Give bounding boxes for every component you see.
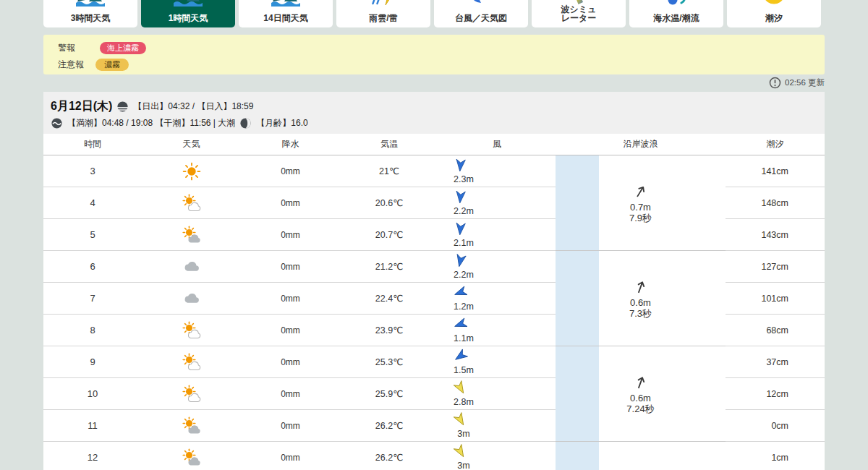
precip-cell: 0mm: [241, 410, 340, 442]
tab-3hour[interactable]: 3時間天気: [43, 0, 137, 27]
forecast-card: 6月12日(木) 【日出】04:32 / 【日入】18:59 【満潮】04:48…: [43, 92, 825, 470]
updated-time: 02:56 更新: [785, 77, 825, 88]
tab-label: 3時間天気: [43, 14, 137, 22]
wind-cell: 1.1m: [438, 315, 556, 346]
wind-speed: 2.1m: [454, 238, 474, 248]
cloudy-icon: [142, 251, 241, 283]
date-line-2: 【満潮】04:48 / 19:08 【干潮】11:56 | 大潮 【月齢】16.…: [51, 116, 825, 130]
tide-cell: 141cm: [726, 155, 825, 187]
tide-wave-icon: [51, 117, 63, 129]
wind-arrow-icon: [453, 221, 468, 239]
sun-graycloud-icon: [142, 219, 241, 251]
tab-label: 雨雲/雷: [336, 14, 430, 22]
tide-cell: 127cm: [726, 251, 825, 283]
tide-cell: 148cm: [726, 187, 825, 219]
tide-cell: 101cm: [726, 283, 825, 315]
wave-height: 0.6m: [630, 393, 651, 403]
tab-raincloud-lightning[interactable]: 雨雲/雷: [336, 0, 430, 27]
typhoon-icon: [467, 0, 495, 7]
wind-cell: 2.2m: [438, 187, 556, 219]
wave-info: 0.7m7.9秒: [599, 183, 682, 223]
tab-wave-simulator[interactable]: 波シミュ レーター: [532, 0, 626, 27]
advisory-label: 注意報: [58, 59, 93, 71]
wind-direction: 2.1m: [438, 221, 482, 248]
precip-cell: 0mm: [241, 442, 340, 470]
wind-cell: 3m: [438, 410, 556, 442]
wind-direction: 2.8m: [438, 380, 482, 407]
tide-cell: 143cm: [726, 219, 825, 251]
hour-cell: 8: [43, 315, 142, 346]
wind-direction: 3m: [438, 444, 482, 470]
tab-label: 海水温/潮流: [629, 14, 723, 22]
hour-cell: 9: [43, 346, 142, 378]
info-icon: [769, 77, 781, 89]
sunrise-sunset-info: 【日出】04:32 / 【日入】18:59: [133, 101, 253, 113]
hour-cell: 10: [43, 378, 142, 410]
temp-cell: 25.9℃: [340, 378, 438, 410]
wave-period: 7.9秒: [629, 213, 652, 223]
sun-cloud-icon: [142, 315, 241, 346]
wind-arrow-icon: [453, 444, 468, 461]
wind-direction: 1.5m: [438, 349, 482, 375]
wind-arrow-icon: [453, 380, 468, 398]
tab-1hour[interactable]: 1時間天気: [141, 0, 235, 27]
hour-cell: 11: [43, 410, 142, 442]
wave-height: 0.7m: [630, 202, 651, 213]
hour-cell: 7: [43, 283, 142, 315]
temp-cell: 20.7℃: [340, 219, 438, 251]
wind-direction: 2.2m: [438, 253, 482, 280]
wind-cell: 1.2m: [438, 283, 556, 315]
wind-direction: 1.2m: [438, 285, 482, 312]
advisory-badge[interactable]: 濃霧: [95, 59, 129, 71]
wind-direction: 2.2m: [438, 189, 482, 216]
wave-direction-arrow-icon: [633, 183, 649, 202]
tab-typhoon-chart[interactable]: 台風／天気図: [434, 0, 528, 27]
wind-arrow-icon: [453, 158, 468, 175]
tide-cell: 12cm: [726, 378, 825, 410]
landscape-icon: [271, 0, 300, 7]
hour-cell: 6: [43, 251, 142, 283]
sun-graycloud-icon: [142, 442, 241, 470]
temp-cell: 21℃: [340, 155, 438, 187]
tide-cell: 68cm: [726, 315, 825, 346]
warning-row: 警報 海上濃霧: [58, 40, 825, 56]
wave-direction-arrow-icon: [633, 374, 649, 393]
column-header: 気温: [340, 134, 438, 155]
wave-height: 0.6m: [630, 297, 651, 308]
column-header: 降水: [241, 134, 340, 155]
rain-lightning-icon: [369, 0, 398, 7]
advisory-row: 注意報 濃霧: [58, 57, 825, 72]
column-header: 風: [438, 134, 556, 155]
wind-speed: 1.1m: [454, 333, 474, 343]
wind-speed: 2.3m: [454, 174, 474, 184]
sunrise-sunset-icon: [116, 101, 129, 113]
wind-arrow-icon: [453, 349, 468, 366]
tab-14day[interactable]: 14日間天気: [239, 0, 333, 27]
temp-cell: 23.9℃: [340, 315, 438, 346]
tab-tide[interactable]: 潮汐: [727, 0, 821, 27]
table-body: 30mm21℃2.3m141cm40mm20.6℃2.2m148cm50mm20…: [43, 155, 825, 470]
wind-cell: 2.2m: [438, 251, 556, 283]
column-header: 時間: [43, 134, 142, 155]
tab-label: 1時間天気: [141, 14, 235, 22]
landscape-icon: [76, 0, 105, 7]
wave-period: 7.3秒: [629, 308, 652, 319]
temp-cell: 22.4℃: [340, 283, 438, 315]
tab-seatemp-current[interactable]: 海水温/潮流: [629, 0, 723, 27]
tide-cell: 0cm: [726, 410, 825, 442]
wind-arrow-icon: [453, 189, 468, 207]
wind-speed: 2.8m: [454, 397, 474, 407]
column-header: 天気: [142, 134, 241, 155]
wind-cell: 2.3m: [438, 155, 556, 187]
wind-speed: 2.2m: [454, 270, 474, 280]
wind-arrow-icon: [453, 412, 468, 430]
sunny-icon: [142, 155, 241, 187]
sun-graycloud-icon: [142, 410, 241, 442]
warning-badge[interactable]: 海上濃霧: [100, 42, 146, 54]
moon-icon: [239, 117, 252, 129]
wind-direction: 2.3m: [438, 158, 482, 184]
precip-cell: 0mm: [241, 219, 340, 251]
wind-cell: 2.1m: [438, 219, 556, 251]
tide-times-info: 【満潮】04:48 / 19:08 【干潮】11:56 | 大潮: [67, 117, 235, 129]
landscape-icon: [174, 0, 203, 7]
